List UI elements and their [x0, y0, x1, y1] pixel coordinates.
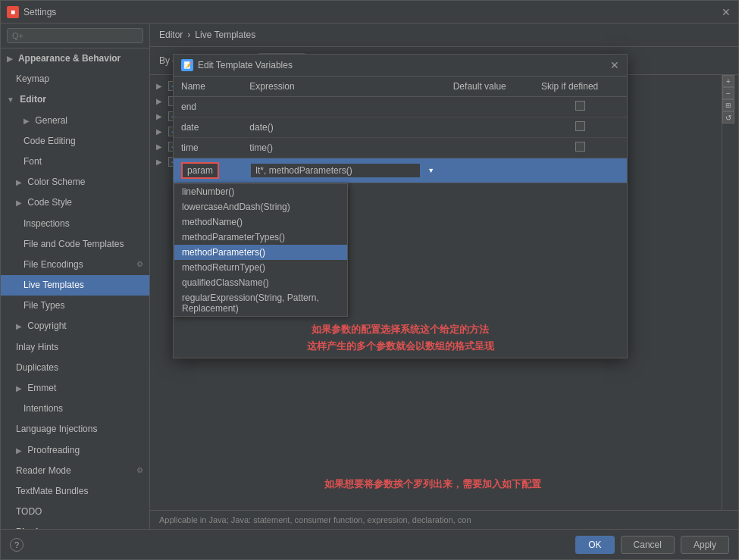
sidebar-item-inspections[interactable]: Inspections	[1, 214, 149, 234]
ok-button[interactable]: OK	[575, 536, 614, 554]
window-controls: ✕	[720, 6, 732, 18]
apply-button[interactable]: Apply	[681, 536, 729, 554]
autocomplete-dropdown: lineNumber() lowercaseAndDash(String) me…	[174, 183, 348, 317]
cell-name-end: end	[174, 97, 242, 117]
modal-body: Name Expression Default value Skip if de…	[174, 77, 627, 183]
expand-icon: ▶	[7, 53, 13, 65]
expand-icon-emmet: ▶	[16, 383, 22, 395]
settings-icon2: ⚙	[136, 465, 143, 477]
window-title: Settings	[23, 7, 720, 17]
expand-icon-proof: ▶	[16, 445, 22, 457]
sidebar-item-editor[interactable]: ▼ Editor	[1, 89, 149, 110]
cell-expr-date: date()	[242, 117, 445, 138]
skip-checkbox-time[interactable]	[575, 142, 585, 152]
sidebar-item-font[interactable]: Font	[1, 152, 149, 172]
sidebar-item-language[interactable]: Language Injections	[1, 419, 149, 440]
autocomplete-item[interactable]: methodName()	[174, 214, 347, 230]
table-row[interactable]: time time()	[174, 138, 627, 158]
cell-skip-end[interactable]	[534, 97, 627, 117]
skip-checkbox-date[interactable]	[575, 121, 585, 131]
sidebar-item-code-editing[interactable]: Code Editing	[1, 131, 149, 152]
col-name: Name	[174, 77, 242, 97]
cell-skip-date[interactable]	[534, 117, 627, 138]
main-content: ▶ Appearance & Behavior Keymap ▼ Editor …	[1, 23, 738, 529]
cell-default-end	[446, 97, 534, 117]
col-default: Default value	[446, 77, 534, 97]
col-skip: Skip if defined	[534, 77, 627, 97]
sidebar-item-inlay[interactable]: Inlay Hints	[1, 337, 149, 358]
cell-name-date: date	[174, 117, 242, 138]
sidebar-item-keymap[interactable]: Keymap	[1, 69, 149, 89]
autocomplete-item[interactable]: lowercaseAndDash(String)	[174, 199, 347, 214]
autocomplete-item[interactable]: qualifiedClassName()	[174, 275, 347, 290]
search-box	[1, 23, 149, 48]
search-input[interactable]	[7, 28, 143, 43]
expand-icon-general: ▶	[23, 115, 30, 127]
app-icon: ■	[7, 6, 19, 18]
sidebar-item-duplicates[interactable]: Duplicates	[1, 358, 149, 378]
annotation-line1: 如果参数的配置选择系统这个给定的方法	[183, 321, 618, 338]
help-button[interactable]: ?	[10, 538, 23, 552]
title-bar: ■ Settings ✕	[1, 1, 738, 23]
autocomplete-item-selected[interactable]: methodParameters()	[174, 245, 347, 260]
skip-checkbox-param[interactable]	[575, 164, 585, 174]
cell-skip-param[interactable]	[534, 158, 627, 183]
settings-window: ■ Settings ✕ ▶ Appearance & Behavior Key…	[0, 0, 739, 560]
sidebar-item-intentions[interactable]: Intentions	[1, 399, 149, 419]
skip-checkbox-end[interactable]	[575, 101, 585, 111]
modal-title-bar: 📝 Edit Template Variables ✕	[174, 55, 627, 77]
cell-expr-time: time()	[242, 138, 445, 158]
annotation-line2: 这样产生的多个参数就会以数组的格式呈现	[183, 338, 618, 355]
cell-expr-end	[242, 97, 445, 117]
sidebar-item-code-style[interactable]: ▶ Code Style	[1, 192, 149, 213]
modal-icon: 📝	[181, 59, 193, 71]
sidebar-item-copyright[interactable]: ▶ Copyright	[1, 316, 149, 336]
cell-default-time	[446, 138, 534, 158]
modal-close-button[interactable]: ✕	[610, 59, 619, 71]
autocomplete-item[interactable]: regularExpression(String, Pattern, Repla…	[174, 290, 347, 316]
expr-cell: ▼	[249, 162, 437, 179]
sidebar-item-general[interactable]: ▶ General	[1, 111, 149, 131]
sidebar-item-file-code[interactable]: File and Code Templates	[1, 234, 149, 255]
sidebar-item-color-scheme[interactable]: ▶ Color Scheme	[1, 172, 149, 192]
settings-icon: ⚙	[136, 258, 143, 271]
cell-default-param	[446, 158, 534, 183]
variables-table: Name Expression Default value Skip if de…	[174, 77, 627, 183]
expr-input[interactable]	[249, 162, 421, 179]
cell-expr-param: ▼	[242, 158, 445, 183]
sidebar-item-reader[interactable]: Reader Mode ⚙	[1, 461, 149, 481]
cancel-button[interactable]: Cancel	[621, 536, 675, 554]
cell-name-param: param	[174, 158, 242, 183]
sidebar-item-file-encodings[interactable]: File Encodings ⚙	[1, 255, 149, 275]
sidebar-item-file-types[interactable]: File Types	[1, 296, 149, 316]
sidebar-item-appearance[interactable]: ▶ Appearance & Behavior	[1, 48, 149, 69]
sidebar-item-proofreading[interactable]: ▶ Proofreading	[1, 440, 149, 461]
cell-name-time: time	[174, 138, 242, 158]
table-row[interactable]: date date()	[174, 117, 627, 138]
sidebar-item-live-templates[interactable]: Live Templates	[1, 275, 149, 296]
table-row[interactable]: end	[174, 97, 627, 117]
expand-icon-style: ▶	[16, 197, 22, 209]
expand-icon-color: ▶	[16, 177, 22, 189]
modal-overlay: 📝 Edit Template Variables ✕ Name Express…	[150, 23, 738, 529]
annotation1: 如果参数的配置选择系统这个给定的方法 这样产生的多个参数就会以数组的格式呈现	[174, 317, 627, 358]
expr-dropdown-button[interactable]: ▼	[424, 163, 438, 178]
bottom-bar: ? OK Cancel Apply	[1, 529, 738, 559]
sidebar-item-todo[interactable]: TODO	[1, 502, 149, 522]
expand-icon-copy: ▶	[16, 321, 22, 333]
sidebar-item-emmet[interactable]: ▶ Emmet	[1, 378, 149, 399]
sidebar-item-plugins[interactable]: ▶Plugins ⚙	[1, 522, 149, 529]
sidebar-item-textmate[interactable]: TextMate Bundles	[1, 481, 149, 502]
autocomplete-item[interactable]: methodParameterTypes()	[174, 230, 347, 245]
bottom-left: ?	[10, 538, 569, 552]
autocomplete-item[interactable]: methodReturnType()	[174, 260, 347, 275]
autocomplete-item[interactable]: lineNumber()	[174, 184, 347, 199]
modal-title: Edit Template Variables	[198, 60, 610, 70]
cell-default-date	[446, 117, 534, 138]
cell-skip-time[interactable]	[534, 138, 627, 158]
sidebar: ▶ Appearance & Behavior Keymap ▼ Editor …	[1, 23, 150, 529]
table-row-selected[interactable]: param ▼	[174, 158, 627, 183]
col-expression: Expression	[242, 77, 445, 97]
close-button[interactable]: ✕	[720, 6, 732, 18]
main-panel: Editor › Live Templates By default expan…	[150, 23, 738, 529]
